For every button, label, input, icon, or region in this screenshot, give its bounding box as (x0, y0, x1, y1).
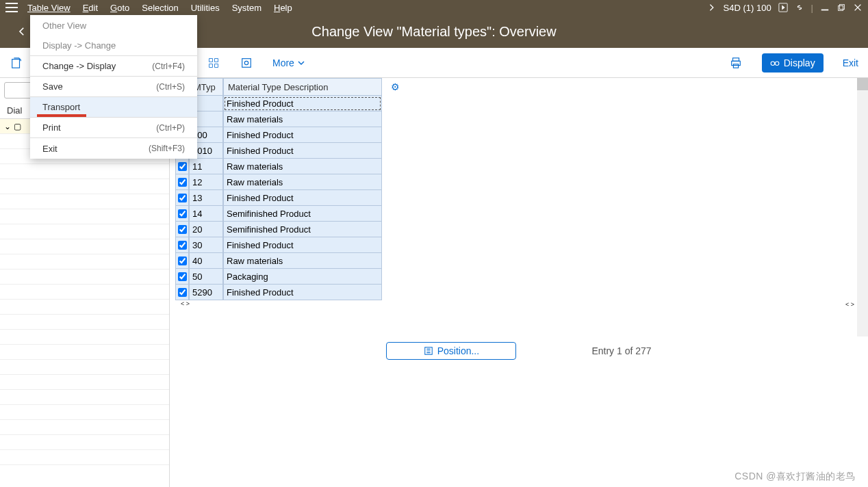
menu-item-exit[interactable]: Exit(Shift+F3) (30, 138, 197, 159)
nav-empty-row (0, 405, 169, 420)
row-checkbox[interactable] (175, 222, 189, 237)
glasses-icon (770, 58, 780, 68)
expand-icon[interactable]: ⌄ (4, 122, 11, 131)
exit-button[interactable]: Exit (843, 57, 858, 68)
cell-mtyp[interactable]: 12 (189, 174, 223, 190)
print-icon[interactable] (729, 56, 743, 70)
svg-rect-23 (731, 61, 740, 65)
back-button[interactable] (14, 23, 30, 40)
footer: Position... Entry 1 of 277 (170, 342, 868, 360)
cell-desc[interactable]: Raw materials (223, 111, 382, 127)
row-checkbox[interactable] (175, 237, 189, 253)
more-dropdown[interactable]: More (272, 57, 305, 68)
menus: Table View Edit Goto Selection Utilities… (27, 3, 292, 13)
system-id: S4D (1) 100 (724, 3, 771, 13)
config-icon[interactable] (240, 56, 253, 70)
deselect-all-icon[interactable] (207, 56, 220, 70)
table-row[interactable]: 1010Finished Product (175, 143, 387, 159)
nav-empty-row (0, 420, 169, 435)
cell-mtyp[interactable]: 13 (189, 190, 223, 206)
table-row[interactable]: 50Packaging (175, 269, 387, 285)
cell-mtyp[interactable]: 5290 (189, 285, 223, 300)
row-checkbox[interactable] (175, 190, 189, 206)
cell-desc[interactable]: Raw materials (223, 253, 382, 269)
menu-goto[interactable]: Goto (110, 3, 129, 13)
restore-icon[interactable] (837, 3, 846, 12)
page-title: Change View "Material types": Overview (311, 24, 556, 40)
svg-rect-2 (839, 5, 843, 10)
cell-mtyp[interactable]: 50 (189, 269, 223, 285)
cell-mtyp[interactable]: 40 (189, 253, 223, 269)
cell-desc[interactable]: Finished Product (223, 127, 382, 143)
nav-empty-row (0, 375, 169, 390)
annotation-underline (37, 114, 86, 117)
table-row[interactable]: 14Semifinished Product (175, 206, 387, 222)
play-icon[interactable] (778, 3, 788, 12)
svg-rect-4 (12, 59, 20, 68)
watermark: CSDN @喜欢打酱油的老鸟 (735, 471, 856, 483)
row-checkbox[interactable] (175, 206, 189, 222)
menu-item-display-change: Display -> Change (30, 36, 197, 56)
cell-mtyp[interactable]: 20 (189, 222, 223, 237)
h-scroll-right[interactable]: < > (170, 301, 854, 308)
svg-point-25 (771, 62, 774, 65)
menu-selection[interactable]: Selection (142, 3, 178, 13)
row-checkbox[interactable] (175, 269, 189, 285)
position-icon (424, 346, 433, 356)
cell-desc[interactable]: Semifinished Product (223, 222, 382, 237)
menu-edit[interactable]: Edit (83, 3, 98, 13)
nav-empty-row (0, 390, 169, 405)
nav-empty-row (0, 285, 169, 300)
menu-item-print[interactable]: Print(Ctrl+P) (30, 118, 197, 138)
display-button[interactable]: Display (762, 53, 824, 73)
table-row[interactable]: 5290Finished Product (175, 285, 387, 300)
cell-desc[interactable]: Finished Product (223, 96, 382, 111)
table-row[interactable]: 12Raw materials (175, 174, 387, 190)
col-desc[interactable]: Material Type Description (223, 78, 382, 96)
cell-desc[interactable]: Raw materials (223, 174, 382, 190)
cell-mtyp[interactable]: 11 (189, 159, 223, 174)
cell-desc[interactable]: Finished Product (223, 285, 382, 300)
cell-desc[interactable]: Finished Product (223, 190, 382, 206)
menu-item-other-view: Other View (30, 15, 197, 36)
table-row[interactable]: 40Raw materials (175, 253, 387, 269)
table-row[interactable]: Finished Product (175, 96, 387, 111)
menu-utilities[interactable]: Utilities (191, 3, 220, 13)
cell-desc[interactable]: Finished Product (223, 143, 382, 159)
cell-mtyp[interactable]: 14 (189, 206, 223, 222)
svg-rect-16 (209, 58, 213, 62)
row-checkbox[interactable] (175, 285, 189, 300)
menu-item-change-display[interactable]: Change -> Display(Ctrl+F4) (30, 56, 197, 77)
gear-icon[interactable]: ⚙ (391, 81, 400, 92)
row-checkbox[interactable] (175, 253, 189, 269)
close-icon[interactable] (853, 3, 863, 12)
cell-desc[interactable]: Semifinished Product (223, 206, 382, 222)
menubar-right: S4D (1) 100 | (707, 3, 863, 13)
table-row[interactable]: 11Raw materials (175, 159, 387, 174)
link-icon[interactable] (795, 3, 804, 12)
cell-desc[interactable]: Packaging (223, 269, 382, 285)
overflow-icon[interactable] (707, 3, 717, 12)
cell-desc[interactable]: Raw materials (223, 159, 382, 174)
menu-help[interactable]: Help (274, 3, 292, 13)
row-checkbox[interactable] (175, 174, 189, 190)
hamburger-icon[interactable] (5, 3, 18, 12)
menu-system[interactable]: System (232, 3, 261, 13)
new-entries-icon[interactable] (10, 56, 23, 70)
position-button[interactable]: Position... (386, 342, 516, 360)
vertical-scrollbar[interactable] (857, 78, 868, 337)
minimize-icon[interactable] (820, 3, 830, 12)
table-row[interactable]: 13Finished Product (175, 190, 387, 206)
table-row[interactable]: 000Finished Product (175, 127, 387, 143)
nav-empty-row (0, 209, 169, 224)
table-row[interactable]: 30Finished Product (175, 237, 387, 253)
table-row[interactable]: 20Semifinished Product (175, 222, 387, 237)
menu-table-view[interactable]: Table View (27, 3, 71, 13)
nav-empty-row (0, 254, 169, 269)
menu-item-save[interactable]: Save(Ctrl+S) (30, 77, 197, 97)
row-checkbox[interactable] (175, 159, 189, 174)
cell-mtyp[interactable]: 30 (189, 237, 223, 253)
nav-empty-row (0, 450, 169, 465)
cell-desc[interactable]: Finished Product (223, 237, 382, 253)
table-row[interactable]: 0Raw materials (175, 111, 387, 127)
